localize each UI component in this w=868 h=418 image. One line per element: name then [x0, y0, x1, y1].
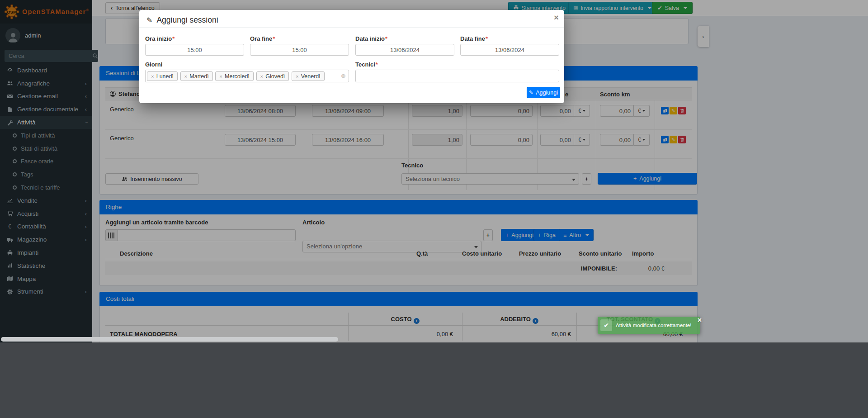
tecnici-input[interactable] — [355, 70, 559, 82]
pencil-icon: ✎ — [146, 16, 152, 24]
horizontal-scrollbar[interactable] — [1, 337, 338, 342]
remove-chip-icon[interactable]: × — [184, 74, 188, 79]
add-sessions-modal: ✎ Aggiungi sessioni × Ora inizio* Ora fi… — [139, 10, 564, 103]
ora-inizio-label: Ora inizio* — [145, 35, 175, 42]
tecnici-label: Tecnici* — [355, 61, 378, 68]
toast-message: Attività modificata correttamente! — [616, 317, 691, 334]
day-chip-lunedi[interactable]: ×Lunedì — [147, 71, 178, 81]
modal-close-button[interactable]: × — [554, 13, 559, 23]
day-chip-venerdi[interactable]: ×Venerdì — [292, 71, 325, 81]
remove-chip-icon[interactable]: × — [260, 74, 264, 79]
giorni-label: Giorni — [145, 61, 162, 68]
day-chip-martedi[interactable]: ×Martedì — [180, 71, 213, 81]
edit-icon: ✎ — [529, 90, 533, 95]
ora-fine-input[interactable] — [250, 44, 349, 56]
data-fine-label: Data fine* — [460, 35, 488, 42]
toast-close-button[interactable]: × — [698, 316, 702, 324]
day-chip-mercoledi[interactable]: ×Mercoledì — [215, 71, 254, 81]
day-chip-giovedi[interactable]: ×Giovedì — [256, 71, 289, 81]
modal-submit-label: Aggiungi — [536, 90, 558, 96]
ora-fine-label: Ora fine* — [250, 35, 275, 42]
giorni-multiselect[interactable]: ×Lunedì ×Martedì ×Mercoledì ×Giovedì ×Ve… — [145, 70, 349, 82]
modal-title: Aggiungi sessioni — [156, 15, 218, 25]
app-window: ‹ Torna all'elenco Stampa intervento ✉ I… — [0, 0, 868, 418]
toast-notification: ✔ Attività modificata correttamente! × — [598, 317, 700, 334]
modal-title-row: ✎ Aggiungi sessioni — [146, 15, 218, 25]
remove-chip-icon[interactable]: × — [219, 74, 222, 79]
clear-selection-icon[interactable]: ⊗ — [341, 73, 346, 79]
ora-inizio-input[interactable] — [145, 44, 244, 56]
modal-divider — [139, 27, 564, 28]
data-fine-input[interactable] — [460, 44, 559, 56]
check-icon: ✔ — [600, 319, 612, 331]
modal-submit-button[interactable]: ✎ Aggiungi — [527, 87, 560, 98]
remove-chip-icon[interactable]: × — [151, 74, 154, 79]
remove-chip-icon[interactable]: × — [296, 74, 299, 79]
data-inizio-input[interactable] — [355, 44, 454, 56]
data-inizio-label: Data inizio* — [355, 35, 387, 42]
